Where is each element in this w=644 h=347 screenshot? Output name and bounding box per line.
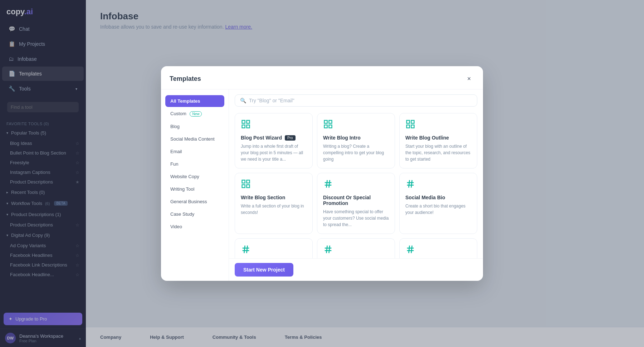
- template-title: Blog Post Wizard: [241, 135, 282, 141]
- svg-rect-6: [325, 125, 327, 128]
- filter-website-copy[interactable]: Website Copy: [165, 171, 224, 182]
- write-blog-section-icon: [241, 179, 253, 191]
- filter-all-templates[interactable]: All Templates: [165, 95, 224, 107]
- template-title: Write Blog Section: [241, 195, 285, 200]
- svg-rect-2: [242, 125, 245, 128]
- svg-rect-7: [329, 125, 332, 128]
- template-card-blog-post-wizard[interactable]: Blog Post Wizard Pro Jump into a whole f…: [235, 113, 313, 168]
- filter-writing-tool[interactable]: Writing Tool: [165, 183, 224, 195]
- template-card-seasonal-holiday[interactable]: Seasonal / Holiday: [317, 238, 395, 258]
- svg-rect-0: [242, 121, 245, 123]
- templates-modal: Templates × All Templates Custom New Blo…: [161, 66, 483, 281]
- template-desc: Have something special to offer your cus…: [323, 209, 389, 228]
- search-input-wrap: 🔍: [235, 94, 477, 107]
- svg-line-31: [329, 246, 330, 253]
- svg-rect-4: [325, 121, 327, 123]
- search-icon: 🔍: [240, 98, 246, 103]
- modal-filter-panel: All Templates Custom New Blog Social Med…: [161, 89, 229, 281]
- svg-rect-14: [242, 185, 245, 187]
- blog-post-wizard-icon: [241, 119, 253, 131]
- template-title: Write Blog Outline: [405, 135, 449, 141]
- seasonal-holiday-icon: [323, 244, 335, 256]
- filter-blog[interactable]: Blog: [165, 121, 224, 132]
- svg-line-26: [244, 246, 245, 253]
- write-blog-intro-icon: [323, 119, 335, 131]
- svg-line-18: [326, 180, 327, 188]
- template-card-social-media-bio[interactable]: Social Media Bio Create a short bio that…: [399, 173, 477, 234]
- social-media-bio-icon: [405, 179, 418, 191]
- search-bar: 🔍: [229, 89, 483, 110]
- filter-case-study[interactable]: Case Study: [165, 208, 224, 220]
- svg-line-22: [409, 180, 409, 188]
- template-card-discount[interactable]: Discount Or Special Promotion Have somet…: [317, 173, 395, 234]
- svg-line-30: [326, 246, 327, 253]
- filter-social-media[interactable]: Social Media Content: [165, 133, 224, 145]
- template-card-share-tips[interactable]: Share Tips And Knowledge: [235, 238, 313, 258]
- template-card-write-blog-intro[interactable]: Write Blog Intro Writing a blog? Create …: [317, 113, 395, 168]
- svg-rect-3: [247, 125, 249, 128]
- svg-line-35: [411, 246, 412, 253]
- modal-header: Templates ×: [161, 66, 483, 89]
- filter-email[interactable]: Email: [165, 146, 224, 157]
- template-desc: Start your blog with an outline of the t…: [405, 143, 471, 162]
- modal-close-button[interactable]: ×: [464, 73, 474, 84]
- templates-grid: Blog Post Wizard Pro Jump into a whole f…: [229, 110, 483, 258]
- svg-rect-5: [329, 121, 332, 123]
- filter-general-business[interactable]: General Business: [165, 196, 224, 207]
- write-blog-outline-icon: [405, 119, 418, 131]
- template-card-write-blog-section[interactable]: Write Blog Section Write a full section …: [235, 173, 313, 234]
- showcase-customer-icon: [405, 244, 418, 256]
- start-new-project-button[interactable]: Start New Project: [235, 263, 293, 277]
- svg-rect-13: [247, 180, 249, 183]
- svg-rect-15: [247, 185, 249, 187]
- modal-overlay[interactable]: Templates × All Templates Custom New Blo…: [0, 0, 644, 347]
- template-title: Write Blog Intro: [323, 135, 361, 141]
- filter-custom[interactable]: Custom New: [165, 108, 224, 120]
- modal-right: 🔍 Blog P: [229, 89, 483, 281]
- discount-icon: [323, 179, 335, 191]
- svg-line-27: [247, 246, 247, 253]
- svg-rect-9: [411, 121, 414, 123]
- template-desc: Jump into a whole first draft of your bl…: [241, 143, 307, 162]
- template-search-input[interactable]: [249, 98, 472, 103]
- template-desc: Writing a blog? Create a compelling intr…: [323, 143, 389, 162]
- svg-rect-8: [407, 121, 410, 123]
- template-card-write-blog-outline[interactable]: Write Blog Outline Start your blog with …: [399, 113, 477, 168]
- filter-video[interactable]: Video: [165, 221, 224, 233]
- template-title: Social Media Bio: [405, 195, 445, 200]
- svg-rect-11: [411, 125, 414, 128]
- template-card-showcase-customer[interactable]: Showcase A Customer Or Testimonial: [399, 238, 477, 258]
- modal-footer: Start New Project: [229, 258, 483, 281]
- svg-rect-1: [247, 121, 249, 123]
- modal-title: Templates: [170, 75, 201, 83]
- svg-rect-10: [407, 125, 410, 128]
- pro-badge: Pro: [285, 135, 296, 141]
- svg-line-23: [411, 180, 412, 188]
- svg-line-34: [409, 246, 409, 253]
- svg-line-19: [329, 180, 330, 188]
- template-desc: Write a full section of your blog in sec…: [241, 203, 307, 216]
- filter-fun[interactable]: Fun: [165, 158, 224, 170]
- template-desc: Create a short bio that engages your aud…: [405, 203, 471, 216]
- share-tips-icon: [241, 244, 253, 256]
- new-badge: New: [190, 111, 202, 117]
- svg-rect-12: [242, 180, 245, 183]
- template-title: Discount Or Special Promotion: [323, 195, 389, 206]
- modal-body: All Templates Custom New Blog Social Med…: [161, 89, 483, 281]
